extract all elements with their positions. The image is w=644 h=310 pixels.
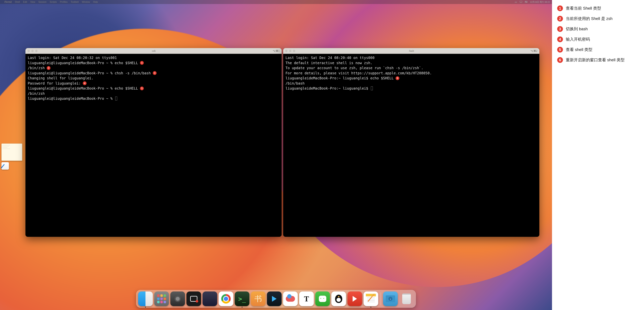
terminal-line: liuguanglei@liuguangleideMacBook-Pro ~ %… <box>28 60 279 66</box>
terminal-line: The default interactive shell is now zsh… <box>286 60 537 66</box>
dock-item-chrome[interactable] <box>219 292 233 306</box>
annotation-row: 1查看当前 Shell 类型 <box>557 5 639 11</box>
annotation-badge: 1 <box>557 5 563 11</box>
terminal-line: For more details, please visit https://s… <box>286 71 537 76</box>
running-indicator-icon <box>242 307 242 308</box>
terminal-title: -zsh <box>26 49 282 52</box>
dock-item-downloads[interactable] <box>383 292 398 306</box>
macos-desktop: iTerm2 ShellEditViewSessionScriptsProfil… <box>0 0 552 310</box>
menubar-item-profiles[interactable]: Profiles <box>60 1 68 3</box>
running-indicator-icon <box>370 307 371 308</box>
terminal-titlebar[interactable]: -zsh ⌥⌘1 <box>26 48 282 54</box>
annotation-text: 切换到 bash <box>566 26 588 32</box>
menubar-item-edit[interactable]: Edit <box>23 1 27 3</box>
menubar-item-view[interactable]: View <box>30 1 35 3</box>
terminal-titlebar[interactable]: -bash ⌥⌘2 <box>283 48 539 54</box>
callout-badge: 4 <box>83 81 86 85</box>
terminal-line: Last login: Sat Dec 24 08:20:40 on ttys0… <box>286 55 537 60</box>
dock-item-screenshot[interactable] <box>186 292 201 306</box>
annotation-row: 5查看 shell 类型 <box>557 47 639 52</box>
dock-item-system-settings[interactable] <box>170 292 185 306</box>
terminal-line: /bin/zsh <box>28 91 279 96</box>
dock-item-todesk[interactable] <box>348 292 362 306</box>
terminal-title: -bash <box>283 49 539 52</box>
cursor-icon <box>115 97 117 100</box>
callout-badge: 1 <box>140 61 144 65</box>
menubar-item-help[interactable]: Help <box>93 1 98 3</box>
terminal-line: /bin/bash <box>286 81 537 86</box>
annotation-badge: 2 <box>557 16 563 21</box>
annotation-row: 3切换到 bash <box>557 26 639 32</box>
menubar-item-scripts[interactable]: Scripts <box>50 1 57 3</box>
control-center-icon[interactable] <box>525 1 528 3</box>
stickies-preview: — — — — — —— — — — —— — — —— — — — — — <box>2 144 22 161</box>
annotation-text: 重新开启新的窗口查看 shell 类型 <box>566 57 624 63</box>
terminal-content[interactable]: Last login: Sat Dec 24 08:20:32 on ttys0… <box>26 54 282 103</box>
dock-item-launchpad[interactable] <box>154 292 169 306</box>
menubar: iTerm2 ShellEditViewSessionScriptsProfil… <box>0 0 552 4</box>
terminal-shortcut: ⌥⌘1 <box>273 49 280 52</box>
terminal-line: Changing shell for liuguanglei. <box>28 76 279 81</box>
svg-rect-2 <box>525 1 528 2</box>
annotation-badge: 5 <box>557 47 563 52</box>
annotation-badge: 4 <box>557 36 563 42</box>
menubar-app-name[interactable]: iTerm2 <box>4 1 12 3</box>
status-more-icon[interactable]: ••• <box>515 1 517 3</box>
callout-badge: 3 <box>153 71 156 75</box>
annotation-row: 4输入开机密码 <box>557 36 639 42</box>
terminal-window-bash[interactable]: -bash ⌥⌘2 Last login: Sat Dec 24 08:20:4… <box>283 48 539 237</box>
svg-rect-1 <box>520 2 522 3</box>
dock-item-shortcuts[interactable] <box>202 292 217 306</box>
cursor-icon <box>371 86 373 90</box>
terminal-line: To update your account to use zsh, pleas… <box>286 65 537 71</box>
terminal-line: liuguanglei@liuguangleideMacBook-Pro ~ %… <box>28 86 279 91</box>
desktop-stickies[interactable]: — — — — — —— — — — —— — — —— — — — — — <box>2 144 22 172</box>
svg-point-5 <box>526 2 527 2</box>
dock-item-trash[interactable] <box>399 292 414 306</box>
annotation-text: 输入开机密码 <box>566 37 590 42</box>
dock-item-video-player[interactable] <box>267 292 282 306</box>
annotation-panel: 1查看当前 Shell 类型2当前所使用的 Shell 是 zsh3切换到 ba… <box>552 0 644 310</box>
dock-separator <box>380 292 381 305</box>
svg-rect-0 <box>520 1 522 2</box>
annotation-badge: 3 <box>557 26 563 32</box>
terminal-line: liuguanglei@liuguangleideMacBook-Pro ~ %… <box>28 71 279 76</box>
stickies-app-icon <box>2 162 9 170</box>
dock-item-qq[interactable] <box>331 292 346 306</box>
menubar-item-shell[interactable]: Shell <box>15 1 20 3</box>
menubar-item-session[interactable]: Session <box>38 1 46 3</box>
dock-item-notes[interactable] <box>364 292 378 306</box>
menubar-item-window[interactable]: Window <box>82 1 90 3</box>
dock-item-typora[interactable]: T <box>299 292 314 306</box>
dock-item-wechat[interactable] <box>315 292 330 306</box>
terminal-line: /bin/zsh2 <box>28 65 279 71</box>
display-icon[interactable] <box>520 1 522 3</box>
svg-rect-4 <box>525 2 528 2</box>
menubar-item-toolbelt[interactable]: Toolbelt <box>71 1 79 3</box>
callout-badge: 6 <box>396 76 399 80</box>
annotation-row: 6重新开启新的窗口查看 shell 类型 <box>557 57 639 63</box>
terminal-line: liuguangleideMacBook-Pro:~ liuguanglei$ … <box>286 76 537 81</box>
dock-item-calligraphy[interactable]: 书 <box>251 292 266 306</box>
terminal-line: Password for liuguanglei:4 <box>28 81 279 86</box>
annotation-row: 2当前所使用的 Shell 是 zsh <box>557 16 639 21</box>
callout-badge: 5 <box>140 87 144 90</box>
annotation-text: 查看 shell 类型 <box>566 47 592 52</box>
dock-item-iterm[interactable]: >_ <box>235 292 250 306</box>
annotation-text: 当前所使用的 Shell 是 zsh <box>566 16 612 21</box>
terminal-line: liuguangleideMacBook-Pro:~ liuguanglei$ <box>286 86 537 91</box>
terminal-shortcut: ⌥⌘2 <box>530 49 537 52</box>
running-indicator-icon <box>145 307 146 308</box>
annotation-text: 查看当前 Shell 类型 <box>566 5 601 11</box>
dock: >_书T <box>136 290 416 308</box>
terminal-line: liuguanglei@liuguangleideMacBook-Pro ~ % <box>28 96 279 101</box>
annotation-badge: 6 <box>557 57 563 63</box>
svg-point-3 <box>525 1 526 1</box>
dock-item-baidu-netdisk[interactable] <box>283 292 298 306</box>
terminal-content[interactable]: Last login: Sat Dec 24 08:20:40 on ttys0… <box>283 54 539 92</box>
terminal-line: Last login: Sat Dec 24 08:20:32 on ttys0… <box>28 55 279 60</box>
callout-badge: 2 <box>47 66 50 70</box>
dock-item-finder[interactable] <box>138 292 153 306</box>
terminal-window-zsh[interactable]: -zsh ⌥⌘1 Last login: Sat Dec 24 08:20:32… <box>26 48 282 237</box>
menubar-clock[interactable]: 12月24日 周六 08:22 <box>530 1 550 3</box>
